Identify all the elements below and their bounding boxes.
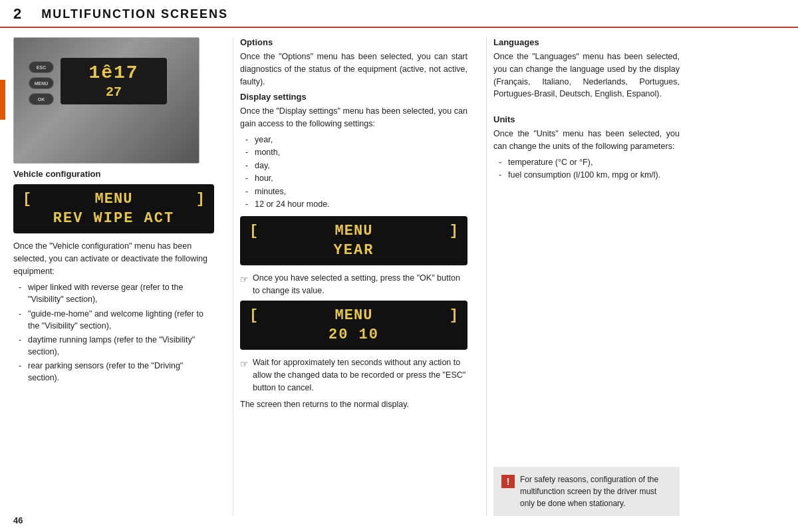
options-body: Once the "Options" menu has been selecte… [240,51,467,88]
dash-display: 1ê17 27 [61,58,167,104]
dash-buttons: ESC MENU OK [29,61,54,105]
display-settings-bullets: year, month, day, hour, minutes, 12 or 2… [240,134,467,211]
units-body: Once the "Units" menu has been selected,… [493,128,680,153]
col-divider-2 [486,37,487,516]
units-bullets: temperature (°C or °F), fuel consumption… [493,157,680,182]
vehicle-config-bullets: wiper linked with reverse gear (refer to… [13,281,214,384]
dash-date-display: 27 [106,84,122,100]
note2-text: Wait for approximately ten seconds witho… [253,356,467,394]
safety-notice: ! For safety reasons, configuration of t… [493,467,680,516]
options-title: Options [240,37,467,47]
page-header: 2 MULTIFUNCTION SCREENS [0,0,798,28]
screen-row2-text-3: 20 10 [249,327,458,343]
right-column: Languages Once the "Languages" menu has … [493,37,680,516]
bracket-left-2: [ [249,223,258,239]
display-settings-body: Once the "Display settings" menu has bee… [240,105,467,130]
mid-column: Options Once the "Options" menu has been… [240,37,479,516]
bullet-fuel-consumption: fuel consumption (l/100 km, mpg or km/l)… [499,170,680,182]
bracket-right-2: ] [450,223,458,239]
dash-time-display: 1ê17 [88,63,138,83]
esc-button: ESC [29,61,54,73]
safety-text: For safety reasons, configuration of the… [520,473,672,509]
page-bottom-number: 46 [13,515,23,525]
page-title: MULTIFUNCTION SCREENS [41,7,228,21]
note1-text: Once you have selected a setting, press … [253,272,467,297]
screen-menu-year: [ MENU ] YEAR [240,216,467,265]
bracket-right-1: ] [196,191,205,207]
bracket-right-3: ] [450,307,458,324]
footer-text: The screen then returns to the normal di… [240,398,467,411]
screen-menu-year-value: [ MENU ] 20 10 [240,301,467,350]
screen-row2-text-1: REV WIPE ACT [23,210,205,227]
menu-text-2: MENU [335,223,373,239]
bullet-daytime-lamps: daytime running lamps (refer to the "Vis… [19,334,214,358]
bullet-parking-sensors: rear parking sensors (refer to the "Driv… [19,360,214,384]
vehicle-dashboard-image: ESC MENU OK 1ê17 27 [13,37,200,164]
screen-menu-rev: [ MENU ] REV WIPE ACT [13,184,214,233]
menu-button: MENU [29,77,54,89]
main-content: ESC MENU OK 1ê17 27 Vehicle configuratio… [0,28,798,525]
col-divider-1 [233,37,233,516]
vehicle-config-label: Vehicle configuration [13,169,214,179]
dashboard-bg: ESC MENU OK 1ê17 27 [14,38,199,163]
bullet-month: month, [245,147,467,159]
bracket-left-3: [ [249,307,258,324]
orange-accent-bar [0,80,5,120]
arrow-icon-2: ☞ [240,357,249,371]
page-number: 2 [13,5,21,23]
exclaim-icon: ! [501,475,515,488]
bullet-hour-mode: 12 or 24 hour mode. [245,199,467,211]
bullet-guide-me-home: "guide-me-home" and welcome lighting (re… [19,308,214,332]
languages-body: Once the "Languages" menu has been selec… [493,51,680,100]
note-esc-button: ☞ Wait for approximately ten seconds wit… [240,356,467,394]
units-title: Units [493,114,680,124]
display-settings-title: Display settings [240,92,467,102]
note-ok-button: ☞ Once you have selected a setting, pres… [240,272,467,297]
bullet-year: year, [245,134,467,146]
vehicle-config-intro: Once the "Vehicle configuration" menu ha… [13,240,214,277]
ok-button: OK [29,93,54,105]
screen-row2-text-2: YEAR [249,242,458,259]
screen-row-2a: [ MENU ] [249,223,458,239]
left-column: ESC MENU OK 1ê17 27 Vehicle configuratio… [13,37,226,516]
menu-text-1: MENU [95,191,133,207]
arrow-icon-1: ☞ [240,273,249,287]
bullet-wiper: wiper linked with reverse gear (refer to… [19,281,214,305]
menu-text-3: MENU [335,307,373,324]
right-col-top: Languages Once the "Languages" menu has … [493,37,680,187]
bracket-left-1: [ [23,191,31,207]
bullet-day: day, [245,160,467,172]
bullet-minutes: minutes, [245,186,467,198]
screen-row-1: [ MENU ] [23,191,205,207]
bullet-hour: hour, [245,173,467,185]
languages-title: Languages [493,37,680,47]
screen-row-3a: [ MENU ] [249,307,458,324]
bullet-temperature: temperature (°C or °F), [499,157,680,169]
